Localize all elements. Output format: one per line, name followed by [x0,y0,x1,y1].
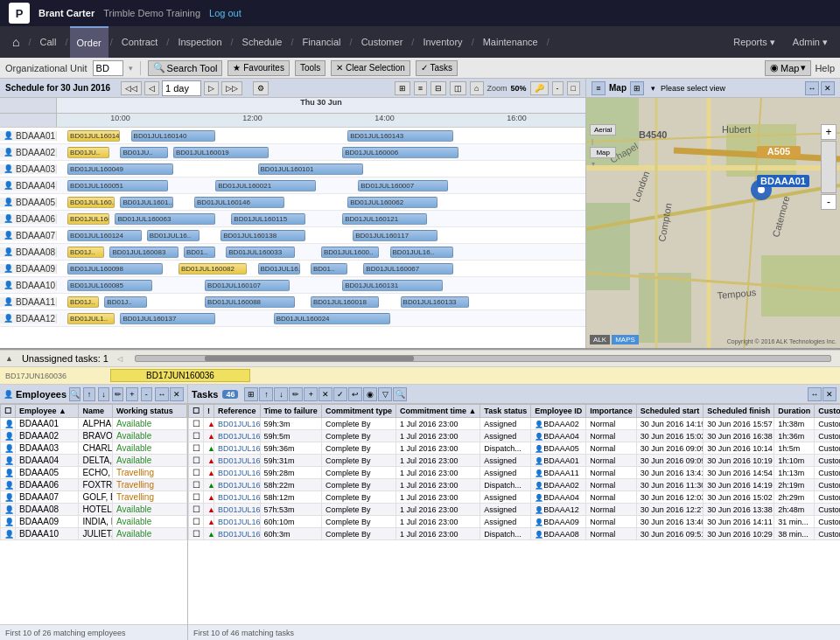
help-btn[interactable]: Help [815,63,835,73]
nav-financial[interactable]: Financial [296,26,348,58]
col-status[interactable]: Task status [480,405,531,418]
gantt-bar[interactable]: BD01JUL160.. [67,197,115,208]
gantt-bar[interactable]: BD01J.. [104,296,146,308]
map-satellite-btn[interactable]: ALK [590,335,610,344]
gantt-bar[interactable]: BD01JUL160007 [358,180,448,191]
employee-row[interactable]: 👤 BDAAA06 FOXTROT, BD Travelling [1,479,187,491]
logout-link[interactable]: Log out [209,8,242,18]
nav-contract[interactable]: Contract [115,26,165,58]
gantt-bar[interactable]: BD01JUL160133 [401,296,470,308]
next-one-btn[interactable]: ▷ [204,81,219,95]
map-zoom-in[interactable]: + [821,124,836,140]
employee-row[interactable]: 👤 BDAAA03 CHARLIE, BD Available [1,442,187,455]
col-ctype[interactable]: Commitment type [321,405,396,418]
emp-search-btn[interactable]: 🔍 [69,387,80,401]
gantt-bar[interactable]: BD01JUL160019 [173,147,269,158]
view-btn3[interactable]: ⊟ [430,81,446,95]
tasks-expand-btn[interactable]: ↔ [808,387,822,401]
gantt-bar[interactable]: BD01JUL160082 [178,263,248,275]
col-ctime[interactable]: Commitment time ▲ [396,405,480,418]
gantt-bar[interactable]: BD01JUL160143 [347,130,453,142]
map-expand-btn[interactable]: ↔ [805,81,819,95]
duration-input[interactable] [162,80,201,96]
employee-row[interactable]: 👤 BDAAA05 ECHO, BD Travelling [1,467,187,479]
emp-expand-btn[interactable]: ↔ [155,387,169,401]
gantt-bar[interactable]: BD01JUL160024 [274,313,390,324]
gantt-bar[interactable]: BD01JUL160131 [342,280,443,291]
gantt-bar[interactable]: BD01JUL1601.. [120,197,172,208]
next-btn[interactable]: ▷▷ [221,81,242,95]
emp-col-status[interactable]: Working status [112,405,186,418]
map-dropdown-btn[interactable]: ▾ [590,159,616,169]
task-row[interactable]: ☐ ▲ BD01JUL160018 59h:28m Complete By 1 … [189,467,841,479]
nav-maintenance[interactable]: Maintenance [476,26,545,58]
home-nav[interactable]: ⌂ [5,35,26,49]
zoom-full-btn[interactable]: □ [567,81,580,95]
employee-row[interactable]: 👤 BDAAA08 HOTEL, BD Available [1,504,187,516]
gantt-bar[interactable]: BD01JUL160.. [67,213,109,225]
zoom-key-btn[interactable]: 🔑 [530,81,549,95]
emp-add-btn[interactable]: + [126,387,137,401]
map-view-select[interactable]: ▾ [651,84,655,93]
gantt-bar[interactable]: BD01JUL160115 [231,213,305,225]
gantt-bar[interactable]: BD01JUL160021 [215,180,316,191]
col-customer[interactable]: Customer [815,405,840,418]
gantt-bar[interactable]: BD01JUL160051 [67,180,168,191]
tasks-undo-btn[interactable]: ↩ [348,387,362,401]
prev-one-btn[interactable]: ◁ [144,81,159,95]
tasks-btn3[interactable]: ↓ [274,387,288,401]
tasks-search-btn[interactable]: 🔍 [393,387,407,401]
gantt-bar[interactable]: BD01JUL16.. [390,247,453,258]
nav-schedule[interactable]: Schedule [235,26,290,58]
nav-reports[interactable]: Reports ▾ [726,26,782,58]
gantt-bar[interactable]: BD01JUL160063 [115,213,215,225]
emp-col-name[interactable]: Name [79,405,113,418]
gantt-bar[interactable]: BD01JUL16.. [258,263,300,275]
col-sstart[interactable]: Scheduled start [636,405,704,418]
task-row[interactable]: ☐ ▲ BD01JUL160019 58h:22m Complete By 1 … [189,479,841,491]
horizontal-scrollbar[interactable] [135,355,831,362]
employee-row[interactable]: 👤 BDAAA01 ALPHA, BD Available [1,418,187,430]
task-row[interactable]: ☐ ▲ BD01JUL160027 57h:53m Complete By 1 … [189,504,841,516]
emp-close-btn[interactable]: ✕ [170,387,184,401]
emp-edit-btn[interactable]: ✏ [112,387,123,401]
tasks-btn1[interactable]: ⊞ [244,387,258,401]
tasks-add-btn[interactable]: + [304,387,318,401]
map-btn[interactable]: ◉ Map ▾ [765,60,811,76]
tasks-btn2[interactable]: ↑ [259,387,273,401]
col-importance[interactable]: Importance [586,405,637,418]
employee-row[interactable]: 👤 BDAAA10 JULIET, BD Available [1,528,187,540]
gantt-bar[interactable]: BD01JUL160140 [131,130,216,142]
nav-customer[interactable]: Customer [354,26,410,58]
col-empid[interactable]: Employee ID [531,405,586,418]
employee-row[interactable]: 👤 BDAAA04 DELTA, BD Available [1,455,187,467]
col-ttf[interactable]: Time to failure [260,405,321,418]
map-close-btn[interactable]: ✕ [821,81,835,95]
gantt-bar[interactable]: BD01JUL160088 [205,296,295,308]
col-dur[interactable]: Duration [774,405,815,418]
employees-table-area[interactable]: ☐ Employee ▲ Name Working status 👤 BDAAA… [0,404,187,624]
gantt-bar[interactable]: BD01JUL160146 [194,197,284,208]
tasks-btn[interactable]: ✓ Tasks [416,60,458,76]
gantt-bar[interactable]: BD01.. [311,263,347,275]
map-zoom-slider[interactable] [821,141,836,193]
gantt-bar[interactable]: BD01JUL160137 [120,313,215,324]
gantt-bar[interactable]: BD01JUL160124 [67,230,142,241]
task-row[interactable]: ☐ ▲ BD01JUL160007 59h:5m Complete By 1 J… [189,430,841,442]
gantt-bar[interactable]: BD01JU.. [120,147,167,158]
tasks-table-area[interactable]: ☐ ! Reference Time to failure Commitment… [188,404,840,624]
tasks-view-btn[interactable]: ◉ [363,387,377,401]
clear-selection-btn[interactable]: ✕ Clear Selection [331,60,410,76]
tasks-edit-btn[interactable]: ✏ [289,387,303,401]
map-canvas[interactable]: A505 BDAAA01 Chapel Hubert Compton Londo… [586,98,840,348]
task-row[interactable]: ☐ ▲ BD01JUL160008 59h:36m Complete By 1 … [189,442,841,455]
view-btn5[interactable]: ⌂ [470,81,483,95]
nav-inspection[interactable]: Inspection [171,26,228,58]
emp-btn1[interactable]: ↑ [83,387,94,401]
gantt-bar[interactable]: BD01JUL160121 [342,213,427,225]
gantt-bar[interactable]: BD01JUL16.. [147,230,200,241]
gantt-bar[interactable]: BD01JUL1600.. [321,247,379,258]
employee-row[interactable]: 👤 BDAAA02 BRAVO, BD Available [1,430,187,442]
gantt-bar[interactable]: BD01JUL160062 [347,197,438,208]
zoom-minus-btn[interactable]: - [552,81,564,95]
